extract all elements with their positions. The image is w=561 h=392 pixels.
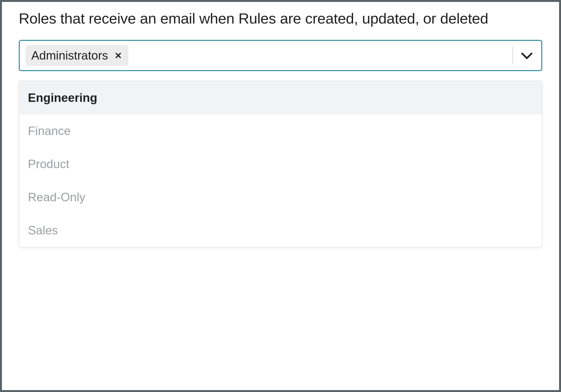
selected-chips-area: Administrators	[25, 45, 510, 66]
chip-label: Administrators	[31, 49, 108, 63]
option-finance[interactable]: Finance	[19, 114, 542, 148]
chevron-down-icon	[520, 51, 534, 60]
dropdown-toggle-button[interactable]	[515, 46, 539, 65]
option-sales[interactable]: Sales	[19, 214, 542, 247]
screenshot-frame: Roles that receive an email when Rules a…	[0, 0, 561, 392]
roles-multiselect[interactable]: Administrators	[19, 40, 542, 71]
option-read-only[interactable]: Read-Only	[19, 181, 542, 214]
chip-remove-button[interactable]	[114, 51, 123, 60]
option-engineering[interactable]: Engineering	[19, 81, 542, 114]
chip-administrators: Administrators	[25, 45, 128, 66]
control-divider	[512, 47, 513, 64]
field-label: Roles that receive an email when Rules a…	[19, 9, 542, 28]
option-product[interactable]: Product	[19, 148, 542, 181]
close-icon	[115, 52, 122, 59]
roles-dropdown-menu: Engineering Finance Product Read-Only Sa…	[19, 81, 542, 247]
